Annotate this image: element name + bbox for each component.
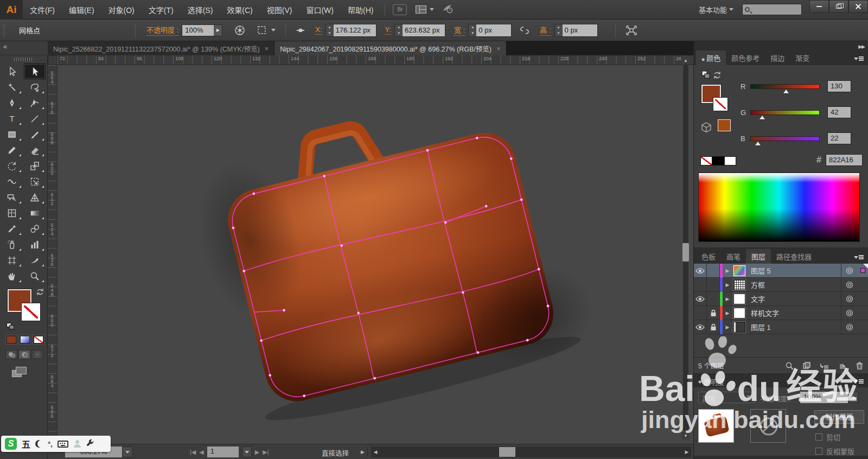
black-swatch[interactable] — [712, 156, 724, 165]
vertical-ruler[interactable]: 564576588600612624636648660672684696708 — [48, 65, 58, 444]
scroll-up-icon[interactable]: ▲ — [681, 56, 690, 64]
workspace-switcher[interactable]: 基本功能 — [699, 4, 733, 15]
layer-thumbnail[interactable] — [733, 265, 745, 276]
height-field[interactable]: ▲▼ 0 px — [554, 24, 598, 37]
opacity-combo[interactable]: 100% ▶ — [182, 24, 222, 36]
make-clipping-mask-icon[interactable] — [802, 361, 811, 370]
locate-object-icon[interactable] — [785, 361, 794, 370]
lock-toggle[interactable] — [707, 278, 720, 292]
link-dimensions-icon[interactable] — [519, 25, 530, 36]
tab-gradient[interactable]: 渐变 — [790, 50, 815, 65]
tab-pathfinder[interactable]: 路径查找器 — [771, 249, 817, 264]
pencil-tool[interactable] — [1, 142, 23, 158]
collapse-panels-icon[interactable]: ▶▶ — [858, 44, 865, 49]
default-fill-stroke-icon[interactable] — [7, 323, 15, 330]
select-similar-icon[interactable] — [257, 25, 276, 36]
lock-toggle[interactable] — [707, 306, 720, 320]
ime-logo[interactable]: S — [5, 438, 17, 450]
eraser-tool[interactable] — [24, 142, 46, 158]
layer-name[interactable]: 图层 1 — [746, 322, 841, 332]
blend-mode-select[interactable]: 正常 — [698, 392, 755, 403]
layer-row[interactable]: ▶方框 — [694, 278, 868, 292]
slider-marker[interactable] — [755, 142, 761, 145]
visibility-toggle[interactable] — [694, 320, 707, 334]
lock-toggle[interactable] — [707, 264, 720, 278]
artboard-canvas[interactable] — [58, 65, 693, 444]
scrollbar-thumb[interactable] — [499, 447, 515, 457]
new-layer-icon[interactable] — [838, 361, 847, 370]
expand-arrow-icon[interactable]: ▶ — [723, 324, 732, 330]
artboard-number-field[interactable]: 1 — [207, 447, 239, 457]
vertical-scrollbar[interactable]: ▲ ▼ — [681, 56, 690, 439]
visibility-toggle[interactable] — [694, 278, 707, 292]
width-tool[interactable] — [1, 174, 23, 189]
paintbrush-tool[interactable] — [24, 126, 46, 142]
next-artboard-icon[interactable]: ▶ — [255, 449, 259, 456]
clip-checkbox[interactable] — [815, 433, 822, 441]
prev-artboard-icon[interactable]: ◀ — [199, 449, 203, 456]
moon-icon[interactable] — [35, 440, 43, 448]
mask-thumbnail-slot[interactable] — [750, 409, 786, 443]
tab-color-guide[interactable]: 颜色参考 — [726, 50, 765, 65]
tab-brushes[interactable]: 画笔 — [721, 249, 746, 264]
punctuation-icon[interactable]: °, — [48, 440, 53, 448]
layer-thumbnail[interactable] — [733, 308, 745, 318]
y-field[interactable]: ▲▼ 623.632 px — [394, 24, 445, 37]
screen-mode-button[interactable] — [12, 367, 28, 379]
green-slider[interactable] — [750, 110, 820, 115]
tab-swatches[interactable]: 色板 — [696, 249, 721, 264]
color-spectrum[interactable] — [698, 173, 860, 242]
stepper-icons[interactable]: ▲▼ — [395, 24, 403, 36]
menu-type[interactable]: 文字(T) — [142, 0, 181, 20]
blend-tool[interactable] — [24, 221, 46, 237]
delete-layer-icon[interactable] — [856, 361, 864, 370]
height-value[interactable]: 0 px — [563, 24, 597, 36]
close-tab-icon[interactable]: × — [496, 44, 501, 53]
scroll-down-icon[interactable]: ▼ — [681, 432, 690, 439]
draw-behind-icon[interactable] — [18, 350, 30, 359]
slice-tool[interactable] — [24, 252, 46, 268]
invert-mask-checkbox[interactable] — [815, 448, 822, 455]
suitcase-artwork[interactable] — [58, 65, 693, 444]
slider-marker[interactable] — [760, 116, 765, 119]
visibility-toggle[interactable] — [694, 306, 707, 320]
shape-builder-tool[interactable] — [1, 189, 23, 205]
curvature-pen-tool[interactable] — [24, 95, 46, 111]
drag-grip[interactable] — [2, 23, 6, 37]
document-tab[interactable]: Nipic_25266822_20191211132237572000.ai* … — [48, 41, 275, 55]
arrange-documents-icon[interactable] — [416, 5, 426, 14]
panel-menu-icon[interactable] — [854, 254, 864, 260]
recolor-artwork-icon[interactable] — [234, 25, 245, 36]
stepper-icons[interactable]: ▲▼ — [555, 24, 563, 36]
gradient-button[interactable] — [19, 335, 31, 345]
layer-name[interactable]: 样机文字 — [746, 308, 841, 318]
gradient-tool[interactable] — [24, 205, 46, 221]
opacity-value[interactable]: 100% — [182, 25, 214, 36]
opacity-slider-icon[interactable]: ▶ — [849, 392, 859, 403]
layer-thumbnail[interactable] — [733, 294, 745, 304]
direct-selection-tool[interactable] — [24, 63, 46, 79]
white-swatch[interactable] — [724, 156, 736, 165]
visibility-toggle[interactable] — [694, 264, 707, 278]
out-of-gamut-cube-icon[interactable] — [700, 122, 712, 136]
cs-live-icon[interactable] — [442, 3, 454, 16]
width-value[interactable]: 0 px — [476, 24, 511, 36]
blue-value-field[interactable]: 22 — [827, 132, 851, 144]
ime-mode-label[interactable]: 五 — [22, 437, 30, 450]
document-tab-title[interactable]: Nipic_29842067_20190829115903980000.ai* … — [280, 43, 492, 54]
tab-layers[interactable]: 图层 — [746, 249, 771, 264]
mini-fill-stroke-icon[interactable] — [701, 71, 723, 82]
menu-effect[interactable]: 效果(C) — [220, 0, 259, 20]
expand-arrow-icon[interactable]: ▶ — [214, 25, 222, 36]
search-input[interactable] — [742, 4, 802, 15]
target-circle[interactable] — [841, 320, 857, 334]
free-transform-tool[interactable] — [24, 174, 46, 189]
blue-slider[interactable] — [750, 136, 820, 141]
target-circle[interactable] — [841, 292, 857, 305]
scale-tool[interactable] — [24, 158, 46, 174]
target-circle[interactable] — [841, 278, 857, 291]
panel-collapse-icon[interactable]: ◆ — [698, 379, 701, 384]
layer-name[interactable]: 文字 — [746, 294, 841, 304]
layer-row[interactable]: ▶文字 — [694, 292, 868, 306]
make-mask-button[interactable]: 制作蒙版 — [814, 410, 864, 424]
